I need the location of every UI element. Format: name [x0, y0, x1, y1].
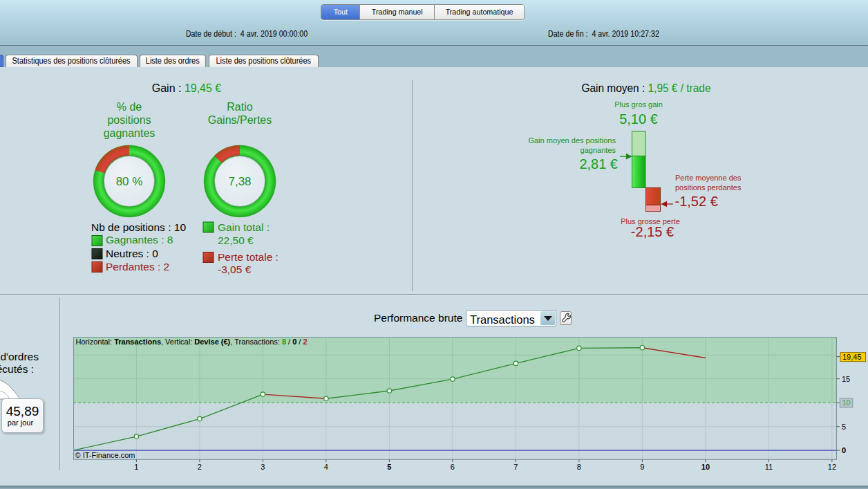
svg-text:3: 3: [261, 463, 265, 471]
svg-text:19,45: 19,45: [842, 353, 862, 361]
svg-text:6: 6: [451, 463, 455, 471]
svg-text:5: 5: [842, 423, 846, 431]
svg-text:12: 12: [828, 463, 836, 471]
svg-text:10: 10: [701, 463, 710, 471]
svg-text:5: 5: [387, 463, 391, 471]
svg-text:4: 4: [324, 463, 328, 471]
svg-text:0: 0: [842, 446, 846, 454]
svg-text:8: 8: [577, 463, 581, 471]
svg-text:1: 1: [134, 463, 138, 471]
svg-text:10: 10: [842, 398, 851, 407]
svg-text:© IT-Finance.com: © IT-Finance.com: [75, 451, 135, 459]
svg-text:2: 2: [198, 463, 202, 471]
svg-text:7: 7: [513, 463, 518, 471]
svg-text:11: 11: [765, 463, 773, 471]
svg-text:15: 15: [842, 375, 850, 383]
svg-text:Horizontal: Transactions, Vert: Horizontal: Transactions, Vertical: Devi…: [76, 338, 308, 346]
svg-text:9: 9: [640, 463, 644, 471]
